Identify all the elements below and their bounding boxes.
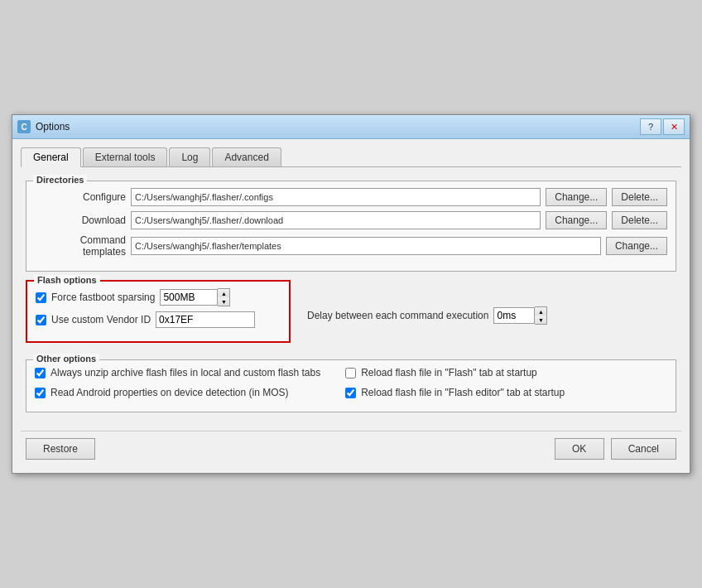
command-templates-row: Command templates Change... — [35, 234, 667, 258]
other-check-row-3: Reload flash file in "Flash editor" tab … — [345, 387, 565, 398]
configure-row: Configure Change... Delete... — [35, 188, 667, 206]
reload-flash-startup-label: Reload flash file in "Flash" tab at star… — [361, 367, 537, 378]
always-unzip-checkbox[interactable] — [35, 368, 46, 378]
title-bar: C Options ? ✕ — [12, 115, 690, 139]
close-button[interactable]: ✕ — [663, 118, 685, 135]
delay-spin-buttons: ▲ ▼ — [535, 306, 547, 325]
tab-external-tools[interactable]: External tools — [83, 147, 168, 166]
use-vendor-checkbox[interactable] — [36, 315, 46, 325]
download-delete-button[interactable]: Delete... — [612, 211, 667, 229]
tab-general[interactable]: General — [21, 147, 81, 167]
window-icon: C — [17, 120, 31, 133]
other-options-section: Other options Always unzip archive flash… — [26, 359, 676, 412]
tab-bar: General External tools Log Advanced — [21, 147, 681, 167]
options-window: C Options ? ✕ General External tools Log… — [12, 114, 690, 474]
tab-log[interactable]: Log — [169, 147, 210, 166]
ok-button[interactable]: OK — [555, 438, 604, 460]
force-fastboot-spin-up[interactable]: ▲ — [218, 289, 229, 297]
delay-area: Delay between each command execution ▲ ▼ — [299, 280, 555, 351]
configure-path[interactable] — [131, 188, 541, 206]
cancel-button[interactable]: Cancel — [611, 438, 676, 460]
window-title: Options — [36, 121, 70, 133]
other-check-row-0: Always unzip archive flash files in loca… — [35, 367, 320, 378]
use-vendor-label: Use custom Vendor ID — [51, 314, 151, 325]
reload-flash-startup-checkbox[interactable] — [345, 368, 356, 378]
force-fastboot-label: Force fastboot sparsing — [51, 292, 155, 303]
delay-spinner: ▲ ▼ — [493, 306, 547, 325]
help-button[interactable]: ? — [640, 118, 661, 135]
use-vendor-input[interactable] — [156, 311, 255, 328]
download-row: Download Change... Delete... — [35, 211, 667, 229]
command-templates-label: Command templates — [35, 234, 126, 258]
download-change-button[interactable]: Change... — [546, 211, 607, 229]
other-options-left: Always unzip archive flash files in loca… — [35, 367, 320, 403]
tab-advanced[interactable]: Advanced — [212, 147, 281, 166]
always-unzip-label: Always unzip archive flash files in loca… — [50, 367, 320, 378]
configure-label: Configure — [35, 191, 126, 203]
configure-delete-button[interactable]: Delete... — [612, 188, 667, 206]
delay-spin-up[interactable]: ▲ — [535, 307, 546, 316]
delay-input[interactable] — [493, 307, 535, 324]
title-bar-left: C Options — [17, 120, 70, 133]
flash-options-section: Flash options Force fastboot sparsing ▲ … — [26, 280, 291, 343]
other-check-row-1: Read Android properties on device detect… — [35, 387, 320, 398]
bottom-right-buttons: OK Cancel — [555, 438, 676, 460]
content-area: General External tools Log Advanced Dire… — [12, 139, 690, 473]
use-vendor-row: Use custom Vendor ID — [36, 311, 281, 328]
command-templates-path[interactable] — [131, 237, 601, 255]
force-fastboot-spin-buttons: ▲ ▼ — [218, 288, 230, 306]
panel: Directories Configure Change... Delete..… — [21, 176, 681, 422]
download-label: Download — [35, 214, 126, 226]
force-fastboot-input[interactable] — [160, 289, 218, 306]
download-path[interactable] — [131, 211, 541, 229]
other-options-right: Reload flash file in "Flash" tab at star… — [345, 367, 565, 403]
other-check-row-2: Reload flash file in "Flash" tab at star… — [345, 367, 565, 378]
force-fastboot-checkbox[interactable] — [36, 292, 46, 303]
bottom-bar: Restore OK Cancel — [21, 431, 681, 465]
delay-label: Delay between each command execution — [307, 310, 488, 321]
read-android-props-checkbox[interactable] — [35, 388, 46, 398]
directories-section: Directories Configure Change... Delete..… — [26, 181, 676, 272]
force-fastboot-row: Force fastboot sparsing ▲ ▼ — [36, 288, 281, 306]
restore-button[interactable]: Restore — [26, 438, 95, 460]
directories-legend: Directories — [33, 175, 87, 185]
delay-spin-down[interactable]: ▼ — [535, 316, 546, 324]
reload-flash-editor-label: Reload flash file in "Flash editor" tab … — [361, 387, 565, 398]
flash-options-legend: Flash options — [34, 275, 100, 285]
force-fastboot-spin-down[interactable]: ▼ — [218, 297, 229, 306]
configure-change-button[interactable]: Change... — [546, 188, 607, 206]
reload-flash-editor-checkbox[interactable] — [345, 388, 356, 398]
command-templates-change-button[interactable]: Change... — [606, 237, 667, 255]
other-options-legend: Other options — [33, 354, 99, 364]
read-android-props-label: Read Android properties on device detect… — [50, 387, 289, 398]
force-fastboot-spinner: ▲ ▼ — [160, 288, 230, 306]
other-options-columns: Always unzip archive flash files in loca… — [35, 367, 667, 403]
title-buttons: ? ✕ — [640, 118, 685, 135]
